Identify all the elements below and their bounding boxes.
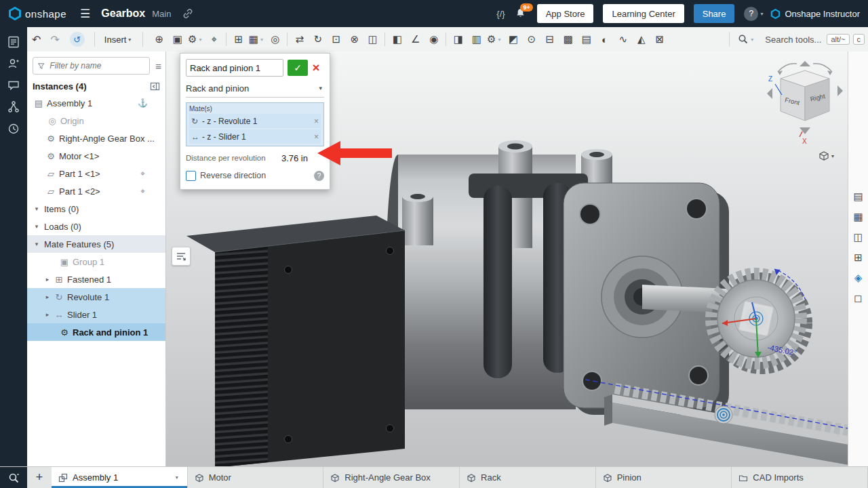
list-options-icon[interactable]: ≡: [155, 60, 161, 72]
explode-icon[interactable]: ⊗: [345, 33, 363, 45]
comments-panel-icon[interactable]: ▤: [853, 190, 863, 203]
search-tools-label[interactable]: Search tools...: [765, 35, 821, 45]
measure-icon[interactable]: ∠: [406, 33, 425, 45]
follow-mode-icon[interactable]: [7, 57, 20, 70]
mate-item-slider[interactable]: ↔ - z - Slider 1 ×: [189, 129, 321, 144]
share-link-icon[interactable]: [182, 7, 194, 20]
view-cube-rotate-right-icon[interactable]: [813, 64, 832, 72]
fastener-icon[interactable]: ⊟: [540, 33, 559, 45]
configurations-icon[interactable]: ⚙▾: [486, 33, 504, 45]
chevron-right-icon[interactable]: ▸: [42, 276, 53, 283]
tree-item-motor[interactable]: ⚙ Motor <1>: [27, 147, 165, 165]
tree-section-items[interactable]: ▾ Items (0): [27, 200, 165, 218]
rotate-icon[interactable]: ↻: [309, 33, 327, 45]
tab-caret-icon[interactable]: ▾: [176, 474, 178, 481]
hole-icon[interactable]: ⊙: [522, 33, 540, 45]
motor[interactable]: [186, 216, 405, 466]
cancel-button[interactable]: ×: [308, 60, 324, 76]
snap-mode-icon[interactable]: ⊡: [327, 33, 345, 45]
document-outline-icon[interactable]: [7, 35, 20, 49]
view-cube-arrow-up[interactable]: [800, 61, 810, 66]
tab-rack[interactable]: Rack: [460, 467, 596, 488]
mate-type-dropdown[interactable]: Rack and pinion ▾: [186, 79, 324, 98]
replicate-icon[interactable]: ⊞: [229, 33, 248, 45]
named-positions-icon[interactable]: ◫: [363, 33, 382, 45]
search-tools-icon[interactable]: ▾: [738, 34, 755, 45]
tab-assembly-1[interactable]: Assembly 1 ▾: [52, 467, 188, 488]
group-icon[interactable]: ▣: [168, 33, 186, 45]
workspace-name[interactable]: Main: [152, 9, 171, 19]
notifications-bell-icon[interactable]: 9+: [515, 7, 526, 20]
insert-button[interactable]: Insert ▾: [99, 35, 139, 45]
view-cube-rotate-left-icon[interactable]: [778, 64, 797, 72]
layout-panel-icon[interactable]: ⊞: [854, 251, 863, 264]
render-icon[interactable]: ◐: [595, 34, 614, 45]
mate-item-revolute[interactable]: ↻ - z - Revolute 1 ×: [189, 114, 321, 128]
app-store-button[interactable]: App Store: [537, 4, 594, 23]
operation-history-icon[interactable]: [7, 122, 20, 136]
appearance-icon[interactable]: ◩: [504, 33, 522, 45]
tree-item-part-1-2[interactable]: ▱ Part 1 <2> ⌖: [27, 182, 165, 200]
chevron-right-icon[interactable]: ▸: [42, 293, 53, 300]
remove-mate-icon[interactable]: ×: [314, 132, 319, 142]
onshape-logo-icon[interactable]: [8, 7, 22, 20]
confirm-button[interactable]: ✓: [288, 60, 308, 76]
tree-item-rack-and-pinion-1[interactable]: ⚙ Rack and pinion 1: [27, 323, 165, 341]
main-menu-icon[interactable]: ☰: [80, 7, 90, 21]
rollback-icon[interactable]: ↺: [70, 32, 85, 47]
onshape-logo-text[interactable]: onshape: [25, 8, 66, 20]
tab-right-angle-gear-box[interactable]: Right-Angle Gear Box: [323, 467, 460, 488]
filter-box[interactable]: [33, 57, 150, 75]
user-org-logo-icon[interactable]: [770, 9, 781, 19]
view-cube-arrow-left[interactable]: [767, 88, 772, 99]
section-view-icon[interactable]: ◧: [388, 33, 406, 45]
tree-item-revolute-1[interactable]: ▸ ↻ Revolute 1: [27, 288, 165, 306]
redo-icon[interactable]: ↷: [50, 33, 59, 46]
analysis-icon[interactable]: ⊠: [650, 33, 669, 45]
help-caret-icon[interactable]: ▾: [760, 11, 763, 17]
frame-tools-icon[interactable]: ▥: [467, 33, 486, 45]
versions-history-icon[interactable]: [7, 100, 20, 114]
tree-item-right-angle-gear-box[interactable]: ⚙ Right-Angle Gear Box ...: [27, 129, 165, 147]
mate-connector-icon[interactable]: ⌖: [205, 33, 223, 45]
transform-icon[interactable]: ⇄: [290, 33, 309, 45]
comparison-icon[interactable]: ◭: [632, 33, 650, 45]
tree-item-origin[interactable]: ◎ Origin: [27, 112, 165, 129]
tab-pinion[interactable]: Pinion: [596, 467, 732, 488]
tab-cad-imports[interactable]: CAD Imports: [732, 467, 868, 488]
undo-icon[interactable]: ↶: [32, 33, 41, 46]
parts-panel-icon[interactable]: ▦: [853, 211, 863, 223]
circular-pattern-icon[interactable]: ◎: [266, 33, 284, 45]
new-tab-button[interactable]: +: [27, 467, 52, 488]
help-icon[interactable]: ?: [744, 7, 758, 21]
tree-section-loads[interactable]: ▾ Loads (0): [27, 218, 165, 235]
mass-properties-icon[interactable]: ◉: [425, 33, 443, 45]
bom-table-icon[interactable]: ▩: [559, 33, 577, 45]
chevron-down-icon[interactable]: ▾: [31, 205, 42, 212]
collapse-panel-icon[interactable]: [150, 82, 160, 91]
linear-pattern-icon[interactable]: ▦▾: [248, 33, 266, 45]
sheet-metal-tools-icon[interactable]: ◨: [449, 33, 467, 45]
tab-motor[interactable]: Motor: [188, 467, 324, 488]
user-menu[interactable]: Onshape Instructor: [785, 9, 860, 19]
help-icon[interactable]: ?: [314, 171, 324, 181]
remove-mate-icon[interactable]: ×: [314, 117, 319, 126]
tree-item-group-1[interactable]: ▣ Group 1: [27, 253, 165, 270]
mate-relation-icon[interactable]: ⚙▾: [186, 33, 205, 45]
measure-panel-icon[interactable]: ◻: [854, 292, 862, 304]
chevron-down-icon[interactable]: ▾: [31, 223, 42, 230]
mate-name-input[interactable]: [186, 59, 283, 77]
comments-icon[interactable]: [7, 79, 20, 92]
mate-icon[interactable]: ⊕: [150, 33, 168, 45]
view-cube-arrow-right[interactable]: [837, 85, 843, 96]
tree-item-slider-1[interactable]: ▸ ↔ Slider 1: [27, 306, 165, 323]
copy-panel-icon[interactable]: ◫: [853, 231, 863, 243]
view-cube[interactable]: Front Right Z X: [763, 58, 847, 150]
reverse-direction-checkbox[interactable]: [186, 171, 196, 181]
orientation-menu-button[interactable]: [172, 247, 191, 266]
learning-center-button[interactable]: Learning Center: [603, 4, 684, 23]
appearance-panel-icon[interactable]: ◈: [854, 272, 863, 284]
chevron-right-icon[interactable]: ▸: [42, 311, 53, 318]
tab-search-button[interactable]: [0, 467, 27, 488]
featurescript-icon[interactable]: {/}: [496, 9, 505, 19]
